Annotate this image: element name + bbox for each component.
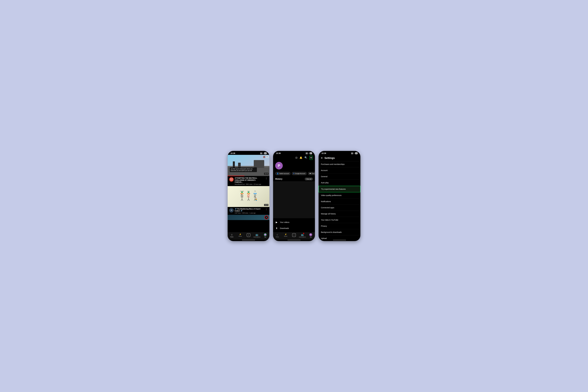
view-all-button[interactable]: View all	[305, 178, 313, 180]
video-meta-1: BeardMeatsFood · 998K views · 15 hours a…	[235, 184, 264, 185]
subscriptions-wrapper-2: 📺	[301, 233, 304, 236]
nav-shorts-1[interactable]: ⚡ Shorts	[236, 233, 244, 238]
settings-your-data[interactable]: Your data in YouTube	[318, 217, 360, 223]
svg-line-19	[255, 197, 256, 198]
settings-manage-history[interactable]: Manage all history	[318, 211, 360, 217]
signal-icon-3: ▐▐	[351, 152, 353, 154]
your-videos-label: Your videos	[280, 221, 290, 223]
home-label-2: Home	[276, 236, 279, 238]
wifi-icon-1: ∿	[262, 152, 264, 154]
svg-point-16	[254, 195, 256, 196]
svg-rect-25	[256, 200, 257, 200]
battery-2: 84	[310, 152, 312, 154]
search-icon[interactable]: 🔍	[304, 156, 307, 159]
settings-video-quality[interactable]: Video quality preferences	[318, 192, 360, 198]
subscriptions-label-2: Subscriptions	[299, 236, 306, 238]
incognito-icon: 🕶	[310, 172, 311, 174]
channel-avatar-cgpgrey: ⚙	[229, 208, 234, 212]
downloads-label: Downloads	[280, 227, 289, 229]
bottom-nav-2: ⌂ Home ⚡ Shorts + 📺 Subscriptions P You	[273, 232, 315, 240]
battery-3: 84	[355, 152, 358, 154]
you-label-1: You	[264, 236, 266, 238]
mute-icon: 🔇	[263, 156, 265, 158]
subscriptions-icon-1: 📺	[256, 233, 258, 236]
phone2-header: ⊡ 🔔 🔍 ⚙	[273, 155, 315, 160]
svg-rect-5	[254, 160, 264, 168]
settings-background[interactable]: Background & downloads	[318, 229, 360, 235]
settings-connected-apps[interactable]: Connected apps	[318, 204, 360, 211]
phone-2-profile: 10:38 ▐▐ ∿ 84 ⊡ 🔔 🔍 ⚙ P 👤	[273, 151, 315, 241]
nav-shorts-2[interactable]: ⚡ Shorts	[282, 233, 290, 238]
google-account-label: Google Account	[295, 173, 305, 174]
video-card-2[interactable]: ⚙ ✈️ The Maddening Mess of Airport Codes…	[228, 207, 270, 215]
home-indicator-1	[242, 240, 255, 240]
phone-3-settings: 10:38 ▐▐ ∿ 84 ✕ Settings Purchases and m…	[318, 151, 360, 241]
wifi-icon-2: ∿	[308, 152, 309, 154]
bell-icon[interactable]: 🔔	[300, 156, 302, 159]
svg-rect-27	[256, 200, 257, 201]
you-label-2: You	[310, 236, 312, 238]
status-bar-2: 10:38 ▐▐ ∿ 84	[273, 151, 315, 155]
history-title: History	[275, 178, 282, 180]
switch-account-icon: 👤	[277, 172, 279, 174]
svg-rect-22	[256, 198, 257, 199]
settings-back-button[interactable]: ✕	[321, 156, 323, 160]
gear-icon-highlighted[interactable]: ⚙	[310, 156, 313, 160]
video-overlay-text: you film I go to restaurants where you k…	[230, 168, 257, 172]
phone2-screen: ⊡ 🔔 🔍 ⚙ P 👤 Switch account G Google Acco…	[273, 155, 315, 232]
phone1-content: 🔇 CC you film I go to restaurants where …	[228, 155, 270, 232]
status-time-2: 10:38	[276, 152, 281, 154]
settings-header: ✕ Settings	[318, 155, 360, 161]
cast-icon[interactable]: ⊡	[296, 156, 298, 159]
nav-add-2[interactable]: +	[290, 233, 298, 238]
nav-home-2[interactable]: ⌂ Home	[273, 233, 282, 238]
video-thumb-partial[interactable]: ✕	[228, 215, 270, 220]
video-thumbnail-2[interactable]: Córdoba ✈ COR	[228, 186, 270, 207]
add-button-1[interactable]: +	[247, 233, 250, 237]
bottom-nav-1: ⌂ Home ⚡ Shorts + 📺 Subscriptions P You	[228, 232, 270, 240]
your-videos-item[interactable]: ▶ Your videos	[273, 219, 315, 225]
settings-purchases[interactable]: Purchases and memberships	[318, 161, 360, 168]
video-title-2: ✈️ The Maddening Mess of Airport Codes! …	[235, 208, 264, 212]
more-icon-1[interactable]: ⋮	[265, 177, 268, 180]
svg-rect-3	[233, 161, 235, 168]
more-icon-2[interactable]: ⋮	[265, 208, 268, 210]
settings-general[interactable]: General	[318, 174, 360, 180]
downloads-item[interactable]: ⬇ Downloads	[273, 225, 315, 231]
incognito-btn[interactable]: 🕶 Turn on Inc	[308, 172, 315, 175]
settings-notifications[interactable]: Notifications	[318, 198, 360, 204]
video-hero[interactable]: 🔇 CC you film I go to restaurants where …	[228, 155, 270, 176]
account-buttons: 👤 Switch account G Google Account 🕶 Turn…	[273, 171, 315, 176]
wifi-icon-3: ∿	[354, 152, 355, 154]
nav-you-2[interactable]: P You	[306, 233, 315, 238]
nav-home-1[interactable]: ⌂ Home	[228, 233, 236, 238]
status-time-3: 10:38	[322, 152, 326, 154]
nav-add-1[interactable]: +	[244, 233, 253, 238]
shorts-icon-1: ⚡	[239, 233, 241, 235]
nav-you-1[interactable]: P You	[261, 233, 270, 238]
status-time-1: 10:38	[230, 152, 235, 154]
you-avatar-1: P	[264, 233, 267, 236]
google-account-btn[interactable]: G Google Account	[292, 172, 307, 175]
your-videos-icon: ▶	[275, 221, 278, 224]
settings-account[interactable]: Account	[318, 168, 360, 174]
video-meta-2: CGP Grey · 5.5M views · 1 year ago	[235, 212, 264, 214]
nav-subscriptions-2[interactable]: 📺 Subscriptions	[298, 233, 306, 238]
nav-subscriptions-1[interactable]: 📺 Subscriptions	[253, 233, 261, 238]
add-button-2[interactable]: +	[292, 233, 296, 237]
shorts-label-2: Shorts	[284, 236, 287, 237]
video-card-1[interactable]: BEARDMEATSFOOD ATTEMPTING THE MEATBALL C…	[228, 176, 270, 186]
settings-experimental[interactable]: Try experimental new features	[318, 186, 360, 192]
settings-autoplay[interactable]: Auto-play	[318, 180, 360, 186]
settings-upload[interactable]: Upload	[318, 235, 360, 240]
switch-account-btn[interactable]: 👤 Switch account	[275, 172, 290, 175]
profile-avatar-large: P	[275, 162, 283, 170]
home-indicator-3	[333, 240, 346, 240]
settings-privacy[interactable]: Privacy	[318, 223, 360, 229]
video-progress[interactable]	[228, 176, 270, 176]
battery-1: 84	[264, 152, 266, 154]
menu-items-2: ▶ Your videos ⬇ Downloads	[273, 218, 315, 232]
video-info-1: ATTEMPTING THE MEATBALL CHALLENGE AT SWE…	[235, 177, 264, 185]
notification-dot	[303, 233, 304, 234]
status-icons-3: ▐▐ ∿ 84	[351, 152, 358, 154]
